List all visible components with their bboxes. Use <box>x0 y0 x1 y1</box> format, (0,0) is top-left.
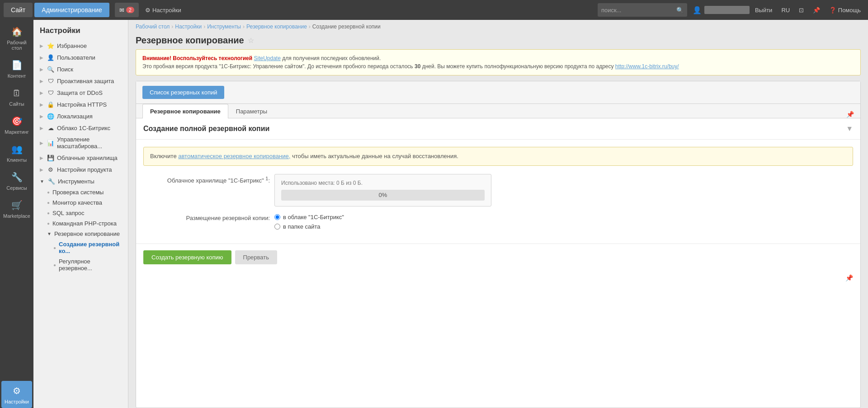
section-collapse-icon[interactable]: ▼ <box>846 125 853 133</box>
create-backup-button[interactable]: Создать резервную копию <box>143 250 231 264</box>
favorite-star-icon[interactable]: ☆ <box>248 36 254 45</box>
nav-item-clients[interactable]: 👥 Клиенты <box>1 139 32 166</box>
sidebar-item-product[interactable]: ▶ ⚙ Настройки продукта <box>33 164 128 175</box>
sidebar-label-users: Пользователи <box>57 54 95 61</box>
cloudstorage-icon: 💾 <box>47 154 54 161</box>
sidebar-item-cloudstorage[interactable]: ▶ 💾 Облачные хранилища <box>33 152 128 164</box>
sidebar-item-cloud1c[interactable]: ▶ ☁ Облако 1С-Битрикс <box>33 122 128 134</box>
bullet-icon: ● <box>53 263 56 267</box>
exit-button[interactable]: Выйти <box>751 3 776 17</box>
arrow-icon: ▶ <box>40 141 43 145</box>
sidebar-subitem-phpcmd[interactable]: ● Командная PHP-строка <box>33 218 128 229</box>
arrow-icon: ▶ <box>40 55 43 60</box>
tools-arrow-icon: ▼ <box>40 179 44 184</box>
tabs-pin-icon[interactable]: 📌 <box>846 111 854 118</box>
cancel-button[interactable]: Прервать <box>235 250 277 264</box>
sidebar-subitem-backup[interactable]: ▼ Резервное копирование <box>33 229 128 239</box>
site-button[interactable]: Сайт <box>4 3 33 17</box>
main-layout: 🏠 Рабочий стол 📄 Контент 🗓 Сайты 🎯 Марке… <box>0 20 868 408</box>
sidebar-item-https[interactable]: ▶ 🔒 Настройка HTTPS <box>33 98 128 110</box>
top-nav: Сайт Администрирование ✉ 2 ⚙ Настройки 🔍… <box>0 0 868 20</box>
buy-link[interactable]: http://www.1c-bitrix.ru/buy/ <box>615 63 679 70</box>
help-button[interactable]: ❓ Помощь <box>826 3 864 17</box>
ddos-icon: 🛡 <box>47 89 54 96</box>
nav-label-clients: Клиенты <box>7 157 27 163</box>
message-icon: ✉ <box>119 7 124 14</box>
nav-label-settings: Настройки <box>5 399 29 404</box>
breadcrumb-desktop[interactable]: Рабочий стол <box>136 23 170 30</box>
nav-item-services[interactable]: 🔧 Сервисы <box>1 167 32 194</box>
window-icon[interactable]: ⊡ <box>795 3 807 17</box>
second-sidebar: Настройки ▶ ⭐ Избранное ▶ 👤 Пользователи… <box>33 20 128 408</box>
sidebar-item-ddos[interactable]: ▶ 🛡 Защита от DDoS <box>33 87 128 98</box>
radio-folder-label[interactable]: в папке сайта <box>274 223 853 230</box>
favorites-icon: ⭐ <box>47 42 54 49</box>
section-header: Создание полной резервной копии ▼ <box>136 118 860 140</box>
lang-button[interactable]: RU <box>778 3 793 17</box>
sidebar-subitem-syscheck[interactable]: ● Проверка системы <box>33 187 128 197</box>
radio-cloud-label[interactable]: в облаке "1С-Битрикс" <box>274 214 853 220</box>
sidebar-item-scaling[interactable]: ▶ 📊 Управление масштабирова... <box>33 134 128 152</box>
autobackup-link[interactable]: автоматическое резервное копирование, <box>178 153 290 159</box>
siteupdate-link[interactable]: SiteUpdate <box>254 55 281 61</box>
progress-bar: 0% <box>281 190 485 201</box>
breadcrumb-settings[interactable]: Настройки <box>175 23 202 30</box>
nav-item-marketplace[interactable]: 🛒 Marketplace <box>1 195 32 222</box>
search-input[interactable] <box>601 7 674 14</box>
tab-backup[interactable]: Резервное копирование <box>142 104 228 118</box>
nav-item-sites[interactable]: 🗓 Сайты <box>1 83 32 110</box>
warning-desc2: дней. Вы можете купить полнофункциональн… <box>422 63 615 70</box>
section-title: Создание полной резервной копии <box>143 125 269 133</box>
locale-icon: 🌐 <box>47 113 54 120</box>
messages-badge: 2 <box>126 7 134 13</box>
arrow-icon: ▶ <box>40 155 43 160</box>
cloud-storage-value: Использовано места: 0 Б из 0 Б. 0% <box>274 174 853 206</box>
sidebar-item-tools[interactable]: ▼ 🔧 Инструменты <box>33 175 128 187</box>
search-sidebar-icon: 🔍 <box>47 66 54 73</box>
radio-folder[interactable] <box>274 224 280 230</box>
nav-item-desktop[interactable]: 🏠 Рабочий стол <box>1 22 32 54</box>
sidebar-item-users[interactable]: ▶ 👤 Пользователи <box>33 52 128 63</box>
messages-button[interactable]: ✉ 2 <box>115 3 139 17</box>
tabs-bar: Резервное копирование Параметры 📌 <box>136 104 860 118</box>
arrow-icon: ▶ <box>40 102 43 107</box>
backup-list-button[interactable]: Список резервных копий <box>142 86 224 99</box>
pin-nav-icon[interactable]: 📌 <box>809 3 824 17</box>
sidebar-label-https: Настройка HTTPS <box>57 101 107 108</box>
breadcrumb-sep: › <box>203 23 205 30</box>
admin-button[interactable]: Администрирование <box>34 3 109 17</box>
sidebar-subitem-createbackup[interactable]: ● Создание резервной ко... <box>33 239 128 256</box>
breadcrumb-tools[interactable]: Инструменты <box>207 23 241 30</box>
nav-item-content[interactable]: 📄 Контент <box>1 55 32 82</box>
arrow-icon: ▶ <box>40 114 43 119</box>
sidebar-subitem-qualmon[interactable]: ● Монитор качества <box>33 197 128 208</box>
tab-params-label: Параметры <box>236 108 267 115</box>
breadcrumb-sep: › <box>171 23 173 30</box>
backup-location-row: Размещение резервной копии: в облаке "1С… <box>143 213 853 230</box>
top-settings-button[interactable]: ⚙ Настройки <box>141 3 186 17</box>
user-area: 👤 <box>693 6 750 14</box>
breadcrumb-backup[interactable]: Резервное копирование <box>246 23 307 30</box>
sidebar-item-proactive[interactable]: ▶ 🛡 Проактивная защита <box>33 75 128 87</box>
info-box: Включите автоматическое резервное копиро… <box>143 147 853 166</box>
bullet-icon: ● <box>47 221 50 226</box>
nav-item-settings[interactable]: ⚙ Настройки <box>1 381 32 408</box>
warning-title: Внимание! Воспользуйтесь технологией <box>142 55 254 61</box>
sidebar-item-favorites[interactable]: ▶ ⭐ Избранное <box>33 40 128 52</box>
bottom-pin-icon[interactable]: 📌 <box>845 274 853 281</box>
sidebar-item-locale[interactable]: ▶ 🌐 Локализация <box>33 110 128 122</box>
nav-item-marketing[interactable]: 🎯 Маркетинг <box>1 111 32 138</box>
nav-label-marketplace: Marketplace <box>3 213 30 219</box>
sidebar-item-search[interactable]: ▶ 🔍 Поиск <box>33 63 128 75</box>
breadcrumb-current: Создание резервной копии <box>312 23 381 30</box>
sidebar-label-proactive: Проактивная защита <box>57 78 114 84</box>
sidebar-subitem-sql[interactable]: ● SQL запрос <box>33 208 128 218</box>
bullet-icon: ● <box>47 190 50 195</box>
sidebar-subitem-regularbackup[interactable]: ● Регулярное резервное... <box>33 256 128 273</box>
sidebar-label-sql: SQL запрос <box>52 210 84 216</box>
tab-params[interactable]: Параметры <box>228 104 275 118</box>
content-area: Рабочий стол › Настройки › Инструменты ›… <box>128 20 868 408</box>
backup-location-label: Размещение резервной копии: <box>143 213 270 221</box>
radio-cloud[interactable] <box>274 214 280 220</box>
nav-label-content: Контент <box>8 73 26 79</box>
